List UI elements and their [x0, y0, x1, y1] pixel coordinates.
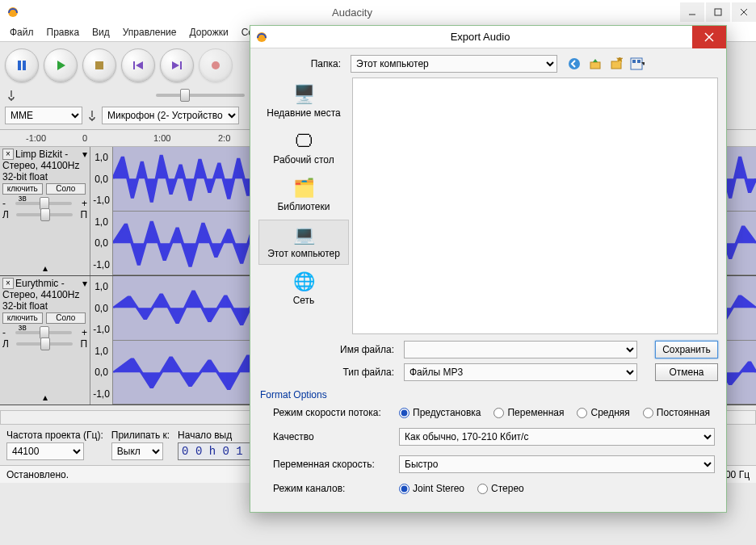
menu-tracks[interactable]: Дорожки — [183, 24, 235, 41]
minimize-button[interactable] — [680, 2, 704, 22]
track-close-button[interactable]: × — [2, 278, 14, 289]
main-window-title: Audacity — [26, 6, 678, 19]
close-button[interactable] — [732, 2, 756, 22]
stop-button[interactable] — [82, 48, 116, 82]
track-menu-icon[interactable]: ▾ — [82, 278, 87, 289]
file-list-pane[interactable] — [352, 78, 718, 334]
pause-button[interactable] — [5, 48, 39, 82]
track-scale: 1,00,0-1,01,00,0-1,0 — [90, 276, 113, 405]
menu-view[interactable]: Вид — [86, 24, 116, 41]
svg-rect-8 — [95, 61, 103, 69]
format-options-title: Format Options — [258, 389, 718, 400]
filename-label: Имя файла: — [258, 344, 399, 355]
svg-rect-2 — [715, 9, 721, 15]
bitrate-average-radio[interactable]: Средняя — [577, 407, 629, 418]
track-name: Eurythmic - — [15, 278, 65, 289]
computer-icon: 💻 — [289, 224, 318, 246]
joint-stereo-radio[interactable]: Joint Stereo — [399, 483, 464, 494]
cancel-button[interactable]: Отмена — [655, 363, 718, 381]
new-folder-icon[interactable]: ★ — [609, 57, 624, 71]
svg-rect-6 — [23, 61, 26, 70]
skip-end-button[interactable] — [160, 48, 194, 82]
track-bits: 32-bit float — [2, 171, 87, 182]
project-rate-label: Частота проекта (Гц): — [6, 430, 103, 441]
solo-button[interactable]: Соло — [46, 183, 86, 195]
place-libraries[interactable]: 🗂️Библиотеки — [258, 173, 349, 218]
track-scale: 1,00,0-1,01,00,0-1,0 — [90, 147, 113, 275]
view-menu-icon[interactable] — [630, 57, 645, 71]
dialog-title: Export Audio — [268, 31, 692, 43]
save-button[interactable]: Сохранить — [655, 341, 718, 358]
app-icon — [255, 31, 268, 44]
mute-button[interactable]: ключить зв — [2, 183, 43, 195]
maximize-button[interactable] — [706, 2, 730, 22]
svg-rect-28 — [632, 60, 636, 63]
collapse-button[interactable]: ▴ — [0, 262, 90, 274]
mute-button[interactable]: ключить зв — [2, 312, 43, 324]
svg-rect-5 — [18, 61, 21, 70]
channel-mode-label: Режим каналов: — [273, 483, 399, 494]
place-desktop[interactable]: 🖵Рабочий стол — [258, 126, 349, 171]
snap-label: Прилипать к: — [111, 430, 170, 441]
place-network[interactable]: 🌐Сеть — [258, 266, 349, 312]
bitrate-variable-radio[interactable]: Переменная — [494, 407, 564, 418]
bitrate-mode-label: Режим скорости потока: — [273, 407, 399, 418]
folder-select[interactable]: Этот компьютер — [351, 55, 557, 73]
quality-label: Качество — [273, 431, 399, 442]
menu-edit[interactable]: Правка — [40, 24, 86, 41]
back-icon[interactable] — [567, 57, 582, 71]
pan-slider[interactable] — [16, 213, 73, 216]
track-bits: 32-bit float — [2, 300, 87, 312]
audio-host-select[interactable]: MME — [5, 107, 82, 124]
svg-rect-23 — [590, 62, 600, 69]
filetype-select[interactable]: Файлы MP3 — [404, 363, 637, 381]
project-rate-select[interactable]: 44100 — [6, 442, 84, 460]
svg-point-13 — [212, 61, 220, 69]
track-close-button[interactable]: × — [2, 149, 14, 160]
mic-icon — [5, 89, 18, 102]
svg-marker-12 — [172, 61, 179, 69]
svg-text:★: ★ — [615, 57, 624, 65]
selection-start-value[interactable]: 0 0 h 0 1 m — [178, 442, 260, 460]
track-1-header[interactable]: ×Limp Bizkit -▾ Стерео, 44100Hz 32-bit f… — [0, 147, 90, 275]
snap-select[interactable]: Выкл — [111, 442, 163, 460]
desktop-icon: 🖵 — [289, 130, 318, 153]
vbr-speed-select[interactable]: Быстро — [399, 455, 715, 473]
track-format: Стерео, 44100Hz — [2, 289, 87, 300]
places-bar: 🖥️Недавние места 🖵Рабочий стол 🗂️Библиот… — [258, 78, 349, 339]
menu-file[interactable]: Файл — [3, 24, 40, 41]
export-audio-dialog: Export Audio Папка: Этот компьютер ★ 🖥️Н… — [250, 25, 727, 513]
pan-slider[interactable] — [16, 342, 73, 346]
gain-slider[interactable] — [15, 202, 72, 205]
solo-button[interactable]: Соло — [46, 312, 86, 324]
play-button[interactable] — [44, 48, 78, 82]
folder-label: Папка: — [258, 58, 346, 69]
collapse-button[interactable]: ▴ — [0, 392, 90, 403]
place-this-pc[interactable]: 💻Этот компьютер — [258, 220, 349, 265]
place-recent[interactable]: 🖥️Недавние места — [258, 79, 349, 124]
ruler-tick: 1:00 — [153, 133, 218, 143]
track-2-header[interactable]: ×Eurythmic -▾ Стерео, 44100Hz 32-bit flo… — [0, 276, 90, 405]
bitrate-preset-radio[interactable]: Предустановка — [399, 407, 481, 418]
dialog-titlebar[interactable]: Export Audio — [250, 26, 726, 48]
svg-point-22 — [569, 58, 580, 69]
skip-start-button[interactable] — [121, 48, 155, 82]
main-titlebar: Audacity — [0, 0, 756, 24]
record-button[interactable] — [199, 48, 233, 82]
stereo-radio[interactable]: Стерео — [477, 483, 524, 494]
rec-device-select[interactable]: Микрофон (2- Устройство — [102, 107, 239, 124]
track-menu-icon[interactable]: ▾ — [82, 149, 87, 160]
rec-volume-slider[interactable] — [156, 94, 245, 97]
menu-transport[interactable]: Управление — [116, 24, 183, 41]
recent-icon: 🖥️ — [289, 83, 318, 106]
up-folder-icon[interactable] — [588, 57, 603, 71]
filename-input[interactable] — [404, 341, 637, 358]
quality-select[interactable]: Как обычно, 170-210 Кбит/с — [399, 428, 715, 446]
bitrate-constant-radio[interactable]: Постоянная — [643, 407, 710, 418]
ruler-tick: 2:0 — [218, 133, 230, 143]
gain-slider[interactable] — [15, 331, 72, 334]
dialog-close-button[interactable] — [692, 26, 726, 48]
track-name: Limp Bizkit - — [15, 149, 68, 160]
ruler-tick: 0 — [82, 133, 153, 143]
track-format: Стерео, 44100Hz — [2, 160, 87, 171]
